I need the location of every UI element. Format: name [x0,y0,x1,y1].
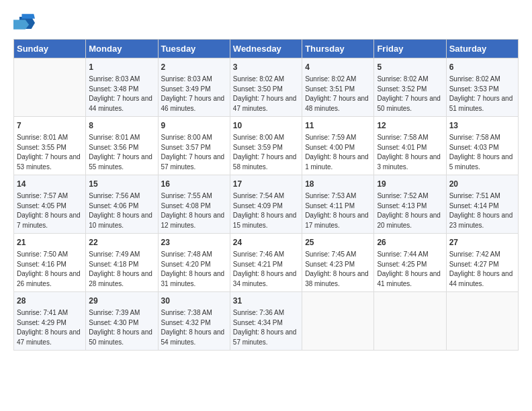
calendar-cell: 8Sunrise: 8:01 AMSunset: 3:56 PMDaylight… [86,117,158,175]
day-number: 15 [89,178,154,190]
day-number: 31 [233,295,299,307]
weekday-header-thursday: Thursday [302,40,374,58]
day-info: Sunrise: 7:58 AMSunset: 4:01 PMDaylight:… [377,133,443,172]
day-info: Sunrise: 7:57 AMSunset: 4:05 PMDaylight:… [17,191,83,230]
calendar-cell: 30Sunrise: 7:38 AMSunset: 4:32 PMDayligh… [158,292,230,351]
day-info: Sunrise: 7:52 AMSunset: 4:13 PMDaylight:… [377,191,443,230]
weekday-header-wednesday: Wednesday [230,40,302,58]
day-number: 10 [233,120,299,132]
day-info: Sunrise: 8:01 AMSunset: 3:55 PMDaylight:… [17,133,83,172]
calendar-cell: 16Sunrise: 7:55 AMSunset: 4:08 PMDayligh… [158,175,230,234]
calendar-cell: 15Sunrise: 7:56 AMSunset: 4:06 PMDayligh… [86,175,158,234]
page-header [13,13,519,32]
calendar-table: SundayMondayTuesdayWednesdayThursdayFrid… [13,39,519,351]
day-number: 21 [17,236,83,248]
calendar-cell: 12Sunrise: 7:58 AMSunset: 4:01 PMDayligh… [374,117,446,175]
day-info: Sunrise: 7:50 AMSunset: 4:16 PMDaylight:… [17,250,83,289]
calendar-cell: 1Sunrise: 8:03 AMSunset: 3:48 PMDaylight… [86,58,158,117]
day-info: Sunrise: 7:56 AMSunset: 4:06 PMDaylight:… [89,191,154,230]
calendar-cell: 5Sunrise: 8:02 AMSunset: 3:52 PMDaylight… [374,58,446,117]
day-info: Sunrise: 8:02 AMSunset: 3:52 PMDaylight:… [377,75,443,113]
day-info: Sunrise: 7:42 AMSunset: 4:27 PMDaylight:… [449,250,515,289]
day-number: 7 [17,120,83,132]
calendar-cell: 29Sunrise: 7:39 AMSunset: 4:30 PMDayligh… [86,292,158,351]
day-info: Sunrise: 8:00 AMSunset: 3:59 PMDaylight:… [233,133,299,172]
day-info: Sunrise: 7:36 AMSunset: 4:34 PMDaylight:… [233,308,299,347]
day-info: Sunrise: 7:48 AMSunset: 4:20 PMDaylight:… [161,250,227,289]
week-row-2: 14Sunrise: 7:57 AMSunset: 4:05 PMDayligh… [14,175,519,234]
day-info: Sunrise: 7:55 AMSunset: 4:08 PMDaylight:… [161,191,227,230]
day-number: 22 [89,236,154,248]
day-info: Sunrise: 8:00 AMSunset: 3:57 PMDaylight:… [161,133,227,172]
day-number: 9 [161,120,227,132]
day-info: Sunrise: 7:44 AMSunset: 4:25 PMDaylight:… [377,250,443,289]
day-info: Sunrise: 7:45 AMSunset: 4:23 PMDaylight:… [305,250,371,289]
day-number: 16 [161,178,227,190]
calendar-cell: 25Sunrise: 7:45 AMSunset: 4:23 PMDayligh… [302,234,374,292]
calendar-cell: 26Sunrise: 7:44 AMSunset: 4:25 PMDayligh… [374,234,446,292]
day-number: 2 [161,61,227,73]
calendar-cell: 31Sunrise: 7:36 AMSunset: 4:34 PMDayligh… [230,292,302,351]
calendar-cell: 9Sunrise: 8:00 AMSunset: 3:57 PMDaylight… [158,117,230,175]
calendar-cell: 23Sunrise: 7:48 AMSunset: 4:20 PMDayligh… [158,234,230,292]
week-row-1: 7Sunrise: 8:01 AMSunset: 3:55 PMDaylight… [14,117,519,175]
logo-icon [13,13,35,32]
svg-marker-2 [21,14,35,19]
day-number: 8 [89,120,154,132]
day-info: Sunrise: 8:02 AMSunset: 3:51 PMDaylight:… [305,75,371,113]
day-number: 13 [449,120,515,132]
day-info: Sunrise: 7:39 AMSunset: 4:30 PMDaylight:… [89,308,154,347]
calendar-cell: 4Sunrise: 8:02 AMSunset: 3:51 PMDaylight… [302,58,374,117]
day-info: Sunrise: 7:58 AMSunset: 4:03 PMDaylight:… [449,133,515,172]
day-number: 30 [161,295,227,307]
day-number: 11 [305,120,371,132]
calendar-cell: 17Sunrise: 7:54 AMSunset: 4:09 PMDayligh… [230,175,302,234]
calendar-cell: 28Sunrise: 7:41 AMSunset: 4:29 PMDayligh… [14,292,86,351]
day-number: 28 [17,295,83,307]
calendar-cell: 11Sunrise: 7:59 AMSunset: 4:00 PMDayligh… [302,117,374,175]
calendar-cell [374,292,446,351]
day-number: 6 [449,61,515,73]
day-number: 4 [305,61,371,73]
day-info: Sunrise: 8:03 AMSunset: 3:48 PMDaylight:… [89,75,154,113]
week-row-3: 21Sunrise: 7:50 AMSunset: 4:16 PMDayligh… [14,234,519,292]
day-number: 17 [233,178,299,190]
logo [13,13,38,32]
calendar-cell: 22Sunrise: 7:49 AMSunset: 4:18 PMDayligh… [86,234,158,292]
day-number: 19 [377,178,443,190]
day-info: Sunrise: 7:49 AMSunset: 4:18 PMDaylight:… [89,250,154,289]
calendar-cell: 3Sunrise: 8:02 AMSunset: 3:50 PMDaylight… [230,58,302,117]
day-number: 20 [449,178,515,190]
day-number: 1 [89,61,154,73]
calendar-cell [302,292,374,351]
calendar-cell [446,292,518,351]
calendar-cell: 6Sunrise: 8:02 AMSunset: 3:53 PMDaylight… [446,58,518,117]
day-info: Sunrise: 8:02 AMSunset: 3:53 PMDaylight:… [449,75,515,113]
calendar-cell: 13Sunrise: 7:58 AMSunset: 4:03 PMDayligh… [446,117,518,175]
calendar-cell: 27Sunrise: 7:42 AMSunset: 4:27 PMDayligh… [446,234,518,292]
calendar-cell: 10Sunrise: 8:00 AMSunset: 3:59 PMDayligh… [230,117,302,175]
day-number: 26 [377,236,443,248]
day-info: Sunrise: 7:46 AMSunset: 4:21 PMDaylight:… [233,250,299,289]
day-info: Sunrise: 7:51 AMSunset: 4:14 PMDaylight:… [449,191,515,230]
day-number: 14 [17,178,83,190]
calendar-cell: 19Sunrise: 7:52 AMSunset: 4:13 PMDayligh… [374,175,446,234]
day-number: 3 [233,61,299,73]
day-number: 29 [89,295,154,307]
day-number: 18 [305,178,371,190]
weekday-header-tuesday: Tuesday [158,40,230,58]
day-info: Sunrise: 7:59 AMSunset: 4:00 PMDaylight:… [305,133,371,172]
day-info: Sunrise: 7:41 AMSunset: 4:29 PMDaylight:… [17,308,83,347]
day-info: Sunrise: 7:38 AMSunset: 4:32 PMDaylight:… [161,308,227,347]
day-info: Sunrise: 8:01 AMSunset: 3:56 PMDaylight:… [89,133,154,172]
calendar-cell: 20Sunrise: 7:51 AMSunset: 4:14 PMDayligh… [446,175,518,234]
calendar-cell: 2Sunrise: 8:03 AMSunset: 3:49 PMDaylight… [158,58,230,117]
weekday-header-monday: Monday [86,40,158,58]
day-info: Sunrise: 7:53 AMSunset: 4:11 PMDaylight:… [305,191,371,230]
day-number: 23 [161,236,227,248]
weekday-header-sunday: Sunday [14,40,86,58]
day-info: Sunrise: 7:54 AMSunset: 4:09 PMDaylight:… [233,191,299,230]
day-number: 25 [305,236,371,248]
day-number: 5 [377,61,443,73]
weekday-header-saturday: Saturday [446,40,518,58]
